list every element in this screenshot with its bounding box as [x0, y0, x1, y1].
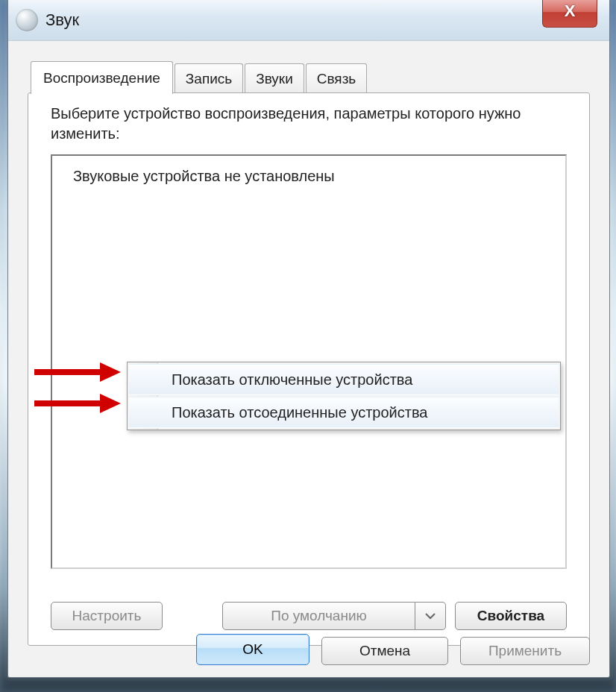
no-devices-text: Звуковые устройства не установлены [73, 168, 335, 185]
cancel-button[interactable]: Отмена [321, 637, 448, 665]
ok-button[interactable]: OK [196, 634, 309, 665]
svg-marker-3 [100, 394, 121, 413]
annotation-arrow-1 [31, 361, 121, 383]
tab-playback[interactable]: Воспроизведение [31, 61, 173, 94]
tab-communications[interactable]: Связь [306, 63, 368, 94]
tab-sounds[interactable]: Звуки [245, 63, 304, 94]
instruction-text: Выберите устройство воспроизведения, пар… [51, 104, 567, 144]
chevron-down-icon [425, 612, 436, 620]
window-title: Звук [45, 10, 79, 30]
close-button[interactable]: X [542, 0, 597, 28]
speaker-icon [16, 9, 38, 31]
menu-show-disabled[interactable]: Показать отключенные устройства [129, 364, 559, 395]
tab-strip: Воспроизведение Запись Звуки Связь [31, 61, 368, 94]
device-list[interactable]: Звуковые устройства не установлены Показ… [51, 154, 567, 569]
sound-dialog: Звук X Воспроизведение Запись Звуки Связ… [7, 0, 610, 678]
svg-marker-1 [100, 362, 121, 382]
dialog-button-row: OK Отмена Применить [8, 625, 609, 677]
annotation-arrow-2 [31, 392, 121, 415]
menu-show-disconnected[interactable]: Показать отсоединенные устройства [129, 397, 559, 428]
title-bar[interactable]: Звук X [8, 0, 609, 41]
tab-recording[interactable]: Запись [175, 63, 243, 94]
apply-button[interactable]: Применить [460, 637, 590, 665]
context-menu: Показать отключенные устройства Показать… [127, 362, 561, 430]
